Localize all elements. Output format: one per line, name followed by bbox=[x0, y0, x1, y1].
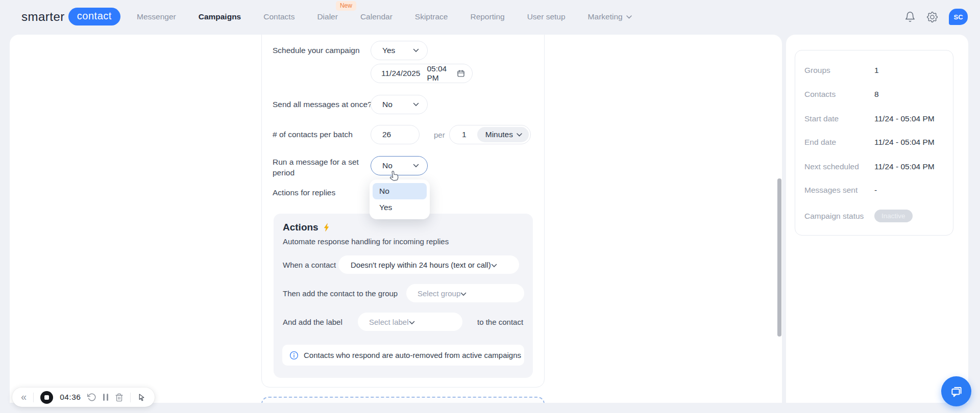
campaign-summary-card: Groups 1 Contacts 8 Start date 11/24 - 0… bbox=[795, 50, 953, 236]
logo-text-contact: contact bbox=[68, 8, 120, 25]
chevron-down-icon bbox=[409, 318, 415, 326]
pointer-hand-cursor bbox=[387, 169, 401, 185]
nav-item-marketing[interactable]: Marketing bbox=[588, 12, 632, 21]
summary-row-end-date: End date 11/24 - 05:04 PM bbox=[804, 138, 944, 147]
dropdown-option-no[interactable]: No bbox=[373, 183, 427, 199]
date-value: 11/24/2025 bbox=[381, 69, 420, 78]
run-period-dropdown: No Yes bbox=[370, 179, 430, 219]
send-all-label: Send all messages at once? bbox=[273, 100, 372, 109]
info-icon bbox=[289, 351, 299, 360]
summary-row-groups: Groups 1 bbox=[804, 66, 944, 75]
actions-subtitle: Automate response handling for incoming … bbox=[283, 237, 449, 246]
run-period-label: Run a message for a set period bbox=[273, 157, 359, 178]
when-contact-label: When a contact bbox=[283, 255, 336, 274]
recording-timer: 04:36 bbox=[60, 393, 81, 402]
chevron-down-icon bbox=[491, 261, 497, 269]
summary-row-campaign-status: Campaign status Inactive bbox=[804, 210, 944, 222]
group-select[interactable]: Select group bbox=[406, 284, 524, 302]
to-the-contact-label: to the contact bbox=[477, 313, 523, 331]
chevron-down-icon bbox=[413, 48, 419, 53]
nav-menu: Messenger Campaigns Contacts Dialer New … bbox=[137, 0, 632, 34]
batch-count-input[interactable] bbox=[371, 125, 420, 144]
chevron-down-icon bbox=[413, 102, 419, 107]
batch-label: # of contacts per batch bbox=[273, 130, 353, 139]
batch-interval-input[interactable] bbox=[450, 126, 481, 143]
main-content-panel: Schedule your campaign Yes 11/24/2025 05… bbox=[10, 35, 782, 403]
status-badge: Inactive bbox=[874, 210, 913, 222]
nav-item-reporting[interactable]: Reporting bbox=[470, 12, 504, 21]
add-to-group-label: Then add the contact to the group bbox=[283, 284, 398, 302]
live-chat-button[interactable] bbox=[941, 376, 971, 406]
cursor-arrow-icon bbox=[137, 393, 146, 402]
summary-row-contacts: Contacts 8 bbox=[804, 90, 944, 99]
nav-item-dialer[interactable]: Dialer New bbox=[317, 12, 337, 21]
chevron-down-icon bbox=[626, 15, 632, 19]
info-note: Contacts who respond are auto-removed fr… bbox=[282, 345, 524, 366]
calendar-icon bbox=[457, 69, 465, 78]
send-all-select[interactable]: No bbox=[371, 95, 428, 114]
nav-right-icons: SC bbox=[904, 0, 968, 34]
screen-recorder-toolbar: « 04:36 bbox=[12, 388, 155, 407]
restart-recording-button[interactable] bbox=[87, 393, 96, 402]
chevron-down-icon bbox=[460, 289, 467, 298]
stop-recording-button[interactable] bbox=[40, 391, 53, 404]
schedule-select[interactable]: Yes bbox=[371, 41, 428, 60]
logo[interactable]: smarter contact bbox=[21, 8, 120, 25]
batch-unit-select[interactable]: Minutes bbox=[477, 127, 529, 142]
dropdown-option-yes[interactable]: Yes bbox=[373, 199, 427, 216]
add-label-label: And add the label bbox=[283, 313, 342, 331]
user-avatar[interactable]: SC bbox=[949, 9, 968, 25]
summary-row-next-scheduled: Next scheduled 11/24 - 05:04 PM bbox=[804, 162, 944, 171]
chevron-down-icon bbox=[517, 133, 522, 137]
pause-recording-button[interactable] bbox=[103, 394, 108, 401]
summary-row-messages-sent: Messages sent - bbox=[804, 186, 944, 195]
schedule-label: Schedule your campaign bbox=[273, 46, 360, 55]
per-label: per bbox=[434, 131, 445, 139]
nav-item-skiptrace[interactable]: Skiptrace bbox=[415, 12, 448, 21]
label-select[interactable]: Select label bbox=[358, 313, 462, 331]
trash-icon bbox=[115, 393, 124, 402]
actions-title: Actions bbox=[283, 222, 331, 233]
lightning-bolt-icon bbox=[323, 222, 331, 233]
nav-item-campaigns[interactable]: Campaigns bbox=[199, 12, 241, 21]
stop-icon bbox=[44, 395, 49, 400]
vertical-scrollbar-thumb[interactable] bbox=[777, 178, 781, 337]
gear-icon bbox=[927, 12, 938, 22]
schedule-datetime-input[interactable]: 11/24/2025 05:04 PM bbox=[371, 64, 473, 83]
top-navbar: smarter contact Messenger Campaigns Cont… bbox=[0, 0, 980, 34]
collapse-toolbar-button[interactable]: « bbox=[21, 392, 27, 403]
actions-for-replies-label: Actions for replies bbox=[273, 188, 335, 197]
bell-icon bbox=[904, 11, 916, 22]
time-value: 05:04 PM bbox=[427, 64, 450, 83]
nav-item-user-setup[interactable]: User setup bbox=[527, 12, 566, 21]
rotate-ccw-icon bbox=[87, 393, 96, 402]
actions-panel: Actions Automate response handling for i… bbox=[274, 214, 533, 378]
campaign-summary-panel: Groups 1 Contacts 8 Start date 11/24 - 0… bbox=[786, 35, 968, 403]
chevron-down-icon bbox=[413, 164, 419, 168]
divider bbox=[130, 393, 131, 402]
cursor-tool-button[interactable] bbox=[137, 393, 146, 402]
divider bbox=[33, 393, 34, 402]
next-section-placeholder bbox=[261, 397, 545, 403]
notifications-button[interactable] bbox=[904, 11, 916, 22]
summary-row-start-date: Start date 11/24 - 05:04 PM bbox=[804, 114, 944, 123]
settings-button[interactable] bbox=[927, 12, 938, 22]
nav-item-messenger[interactable]: Messenger bbox=[137, 12, 176, 21]
batch-interval-group: Minutes bbox=[449, 125, 531, 144]
delete-recording-button[interactable] bbox=[115, 393, 124, 402]
nav-item-contacts[interactable]: Contacts bbox=[263, 12, 295, 21]
nav-item-calendar[interactable]: Calendar bbox=[360, 12, 393, 21]
logo-text-smarter: smarter bbox=[21, 10, 65, 24]
campaign-settings-card: Schedule your campaign Yes 11/24/2025 05… bbox=[261, 35, 545, 388]
chat-bubbles-icon bbox=[949, 384, 964, 399]
when-contact-select[interactable]: Doesn't reply within 24 hours (text or c… bbox=[338, 255, 519, 274]
new-badge: New bbox=[336, 1, 356, 11]
